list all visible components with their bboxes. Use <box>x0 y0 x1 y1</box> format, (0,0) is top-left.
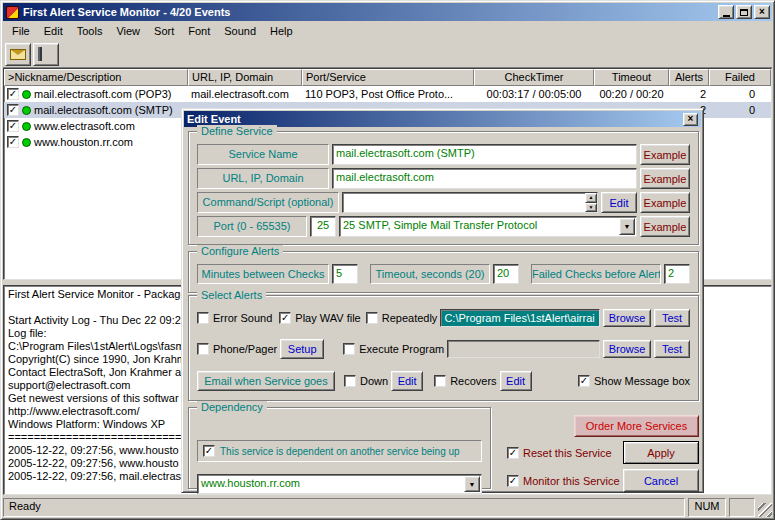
show-message-box-checkbox[interactable]: ✓ Show Message box <box>578 375 690 387</box>
repeatedly-label: Repeatedly <box>382 312 438 324</box>
status-up-icon <box>22 122 31 131</box>
url-input[interactable]: mail.electrasoft.com <box>332 168 637 189</box>
dependency-checkbox[interactable]: ✓ <box>203 445 215 457</box>
menu-file[interactable]: File <box>5 23 37 39</box>
dropdown-button[interactable]: ▼ <box>619 218 635 235</box>
dialog-close-button[interactable]: × <box>683 113 698 126</box>
reset-this-service-checkbox[interactable]: ✓ Reset this Service <box>507 447 612 459</box>
row-url: mail.electrasoft.com <box>188 88 302 100</box>
email-when-service-goes-button[interactable]: Email when Service goes <box>197 371 335 391</box>
dependency-combobox[interactable]: www.houston.rr.com ▼ <box>197 474 482 494</box>
dialog-title: Edit Event <box>187 113 683 125</box>
column-header-url[interactable]: URL, IP, Domain <box>188 69 302 86</box>
minimize-button[interactable] <box>718 5 734 19</box>
spin-down-icon[interactable]: ▼ <box>585 203 597 213</box>
group-legend: Define Service <box>197 125 277 137</box>
check-icon: ✓ <box>9 121 17 131</box>
checkbox-box: ✓ <box>507 447 519 459</box>
column-header-checktimer[interactable]: CheckTimer <box>474 69 594 86</box>
row-checkbox[interactable]: ✓ <box>7 120 19 132</box>
check-icon: ✓ <box>205 446 213 456</box>
row-checkbox[interactable]: ✓ <box>7 104 19 116</box>
phone-pager-checkbox[interactable]: Phone/Pager <box>197 343 277 355</box>
menu-sound[interactable]: Sound <box>217 23 263 39</box>
dependency-label: This service is dependent on another ser… <box>220 446 460 457</box>
port-input[interactable]: 25 <box>310 216 336 237</box>
menu-tools[interactable]: Tools <box>70 23 110 39</box>
failed-checks-input[interactable]: 2 <box>664 264 690 284</box>
checkbox-box <box>343 343 355 355</box>
table-row[interactable]: ✓ mail.electrasoft.com (POP3) mail.elect… <box>4 86 771 102</box>
maximize-button[interactable] <box>736 5 752 19</box>
row-timeout: 00:20 / 00:20 <box>594 88 669 100</box>
dependency-option: ✓ This service is dependent on another s… <box>197 440 482 462</box>
apply-button[interactable]: Apply <box>623 441 699 464</box>
title-bar: First Alert Service Monitor - 4/20 Event… <box>3 3 772 21</box>
command-script-label: Command/Script (optional) <box>197 192 339 213</box>
cancel-button[interactable]: Cancel <box>623 469 699 492</box>
port-label: Port (0 - 65535) <box>197 216 307 237</box>
check-icon: ✓ <box>9 89 17 99</box>
window-title: First Alert Service Monitor - 4/20 Event… <box>23 6 716 18</box>
menu-view[interactable]: View <box>109 23 147 39</box>
reset-this-service-label: Reset this Service <box>523 447 612 459</box>
order-more-services-button[interactable]: Order More Services <box>574 415 699 437</box>
execute-program-checkbox[interactable]: Execute Program <box>343 343 444 355</box>
exec-test-button[interactable]: Test <box>654 340 690 358</box>
exec-browse-button[interactable]: Browse <box>603 340 651 358</box>
monitor-this-service-checkbox[interactable]: ✓ Monitor this Service <box>507 475 620 487</box>
repeatedly-checkbox[interactable]: Repeatedly <box>366 312 438 324</box>
email-recovers-edit-button[interactable]: Edit <box>500 371 532 391</box>
resize-grip[interactable] <box>758 503 772 517</box>
column-header-alerts[interactable]: Alerts <box>669 69 709 86</box>
minutes-input[interactable]: 5 <box>332 264 358 284</box>
service-name-label: Service Name <box>197 144 329 165</box>
chevron-down-icon: ▼ <box>469 476 476 493</box>
play-wav-checkbox[interactable]: ✓ Play WAV file <box>279 312 360 324</box>
row-checkbox[interactable]: ✓ <box>7 88 19 100</box>
port-example-button[interactable]: Example <box>640 216 690 237</box>
dependency-value: www.houston.rr.com <box>201 477 300 489</box>
mail-toolbar-button[interactable] <box>5 43 31 66</box>
print-toolbar-button[interactable] <box>33 43 59 66</box>
command-example-button[interactable]: Example <box>640 192 690 213</box>
row-checkbox[interactable]: ✓ <box>7 136 19 148</box>
command-edit-button[interactable]: Edit <box>601 192 637 213</box>
email-recovers-checkbox[interactable]: Recovers <box>434 375 496 387</box>
command-spinner[interactable]: ▲ ▼ <box>585 193 597 212</box>
service-name-input[interactable]: mail.electrasoft.com (SMTP) <box>332 144 637 165</box>
column-header-port[interactable]: Port/Service <box>302 69 474 86</box>
menu-font[interactable]: Font <box>181 23 217 39</box>
spin-up-icon[interactable]: ▲ <box>585 193 597 203</box>
check-icon: ✓ <box>580 376 588 386</box>
email-down-edit-button[interactable]: Edit <box>391 371 423 391</box>
url-example-button[interactable]: Example <box>640 168 690 189</box>
wav-browse-button[interactable]: Browse <box>603 309 651 327</box>
group-legend: Dependency <box>197 401 267 413</box>
column-header-nickname[interactable]: >Nickname/Description <box>4 69 188 86</box>
checkbox-box <box>197 312 209 324</box>
execute-program-label: Execute Program <box>359 343 444 355</box>
wav-test-button[interactable]: Test <box>654 309 690 327</box>
dropdown-button[interactable]: ▼ <box>464 476 480 492</box>
close-button[interactable]: × <box>754 5 770 19</box>
pager-setup-button[interactable]: Setup <box>280 339 324 359</box>
mail-icon <box>10 49 26 60</box>
email-down-checkbox[interactable]: Down <box>344 375 388 387</box>
port-service-combobox[interactable]: 25 SMTP, Simple Mail Transfer Protocol ▼ <box>339 216 637 237</box>
timeout-input[interactable]: 20 <box>493 264 519 284</box>
column-header-failed[interactable]: Failed <box>709 69 771 86</box>
error-sound-checkbox[interactable]: Error Sound <box>197 312 272 324</box>
menu-help[interactable]: Help <box>263 23 300 39</box>
column-header-timeout[interactable]: Timeout <box>594 69 669 86</box>
row-failed: 0 <box>709 88 771 100</box>
execute-program-input[interactable] <box>447 340 600 358</box>
command-script-input[interactable] <box>342 192 598 213</box>
toolbar <box>3 41 772 68</box>
menu-edit[interactable]: Edit <box>37 23 70 39</box>
checkbox-box: ✓ <box>507 475 519 487</box>
service-name-example-button[interactable]: Example <box>640 144 690 165</box>
app-icon <box>6 6 19 19</box>
wav-path-input[interactable]: C:\Program Files\1stAlert\airrai <box>440 309 600 327</box>
menu-sort[interactable]: Sort <box>147 23 181 39</box>
